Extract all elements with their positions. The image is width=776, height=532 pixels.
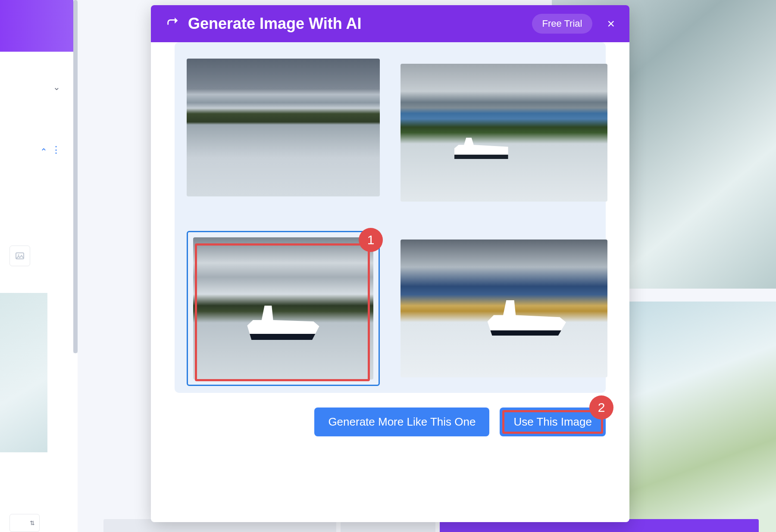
result-image-3[interactable]: 1	[187, 231, 380, 386]
scrollbar[interactable]	[73, 0, 78, 353]
close-icon[interactable]: ×	[607, 17, 615, 30]
app-topbar-fragment	[0, 0, 78, 52]
annotation-badge-2: 2	[589, 395, 613, 420]
generate-more-button[interactable]: Generate More Like This One	[314, 408, 489, 436]
sort-icon: ⇅	[30, 520, 35, 526]
free-trial-badge[interactable]: Free Trial	[532, 14, 593, 34]
modal-title: Generate Image With AI	[188, 15, 524, 33]
results-grid: 1	[187, 55, 594, 376]
back-icon[interactable]	[166, 15, 180, 33]
chevron-down-icon[interactable]: ⌄	[53, 82, 60, 92]
modal-body: 1 Generate More Like This One Use This I…	[151, 42, 629, 522]
use-image-wrapper: Use This Image 2	[500, 408, 606, 436]
kebab-menu-icon[interactable]: ⋮	[51, 144, 61, 156]
modal-header: Generate Image With AI Free Trial ×	[151, 5, 629, 42]
ai-image-modal: Generate Image With AI Free Trial × 1	[151, 5, 629, 522]
sidebar-thumbnail	[0, 293, 47, 452]
chevron-up-icon[interactable]: ⌃	[40, 146, 47, 157]
selected-image-frame: 1	[187, 231, 380, 386]
result-image-2[interactable]	[401, 55, 607, 210]
result-image-1[interactable]	[187, 55, 380, 200]
results-panel: 1	[175, 42, 606, 393]
svg-point-1	[18, 254, 19, 255]
scrollbar-thumb[interactable]	[73, 0, 78, 353]
left-sidebar-fragment: ⌄ ⌃ ⋮ ⇅	[0, 52, 78, 532]
modal-actions: Generate More Like This One Use This Ima…	[175, 393, 606, 436]
result-image-4[interactable]	[401, 231, 607, 386]
sidebar-dropdown[interactable]: ⇅	[9, 514, 40, 532]
image-placeholder-icon[interactable]	[9, 246, 30, 266]
annotation-badge-1: 1	[359, 228, 383, 252]
